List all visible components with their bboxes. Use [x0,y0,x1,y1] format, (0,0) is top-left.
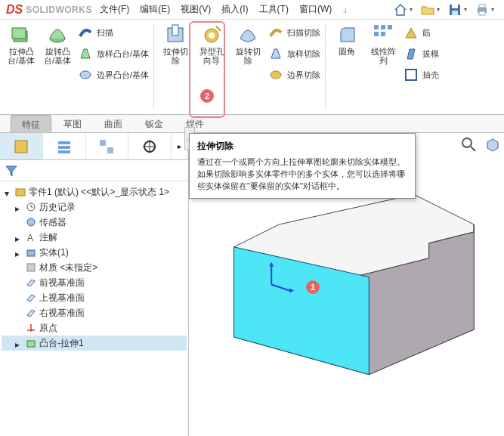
svg-point-33 [27,218,35,226]
lofted-cut-icon [268,46,283,61]
dimxpert-icon [141,138,158,155]
menu-window[interactable]: 窗口(W) [299,3,332,16]
svg-point-14 [271,71,281,79]
lofted-boss-button[interactable]: 放样凸台/基体 [77,44,149,63]
svg-rect-17 [388,25,392,29]
shell-button[interactable]: 抽壳 [403,65,439,85]
tab-sheetmetal[interactable]: 钣金 [135,115,174,132]
extrude-cut-button[interactable]: 拉伸切 除 [159,23,192,65]
boss-extrude-button[interactable]: 拉伸凸 台/基体 [5,23,38,65]
tree-front-plane[interactable]: 前视基准面 [2,275,187,290]
svg-text:A: A [27,233,33,243]
quick-access-toolbar: ▾ ▾ ▾ ▾ [392,2,498,18]
tree-history[interactable]: ▸ 历史记录 [2,199,187,215]
view-toolbar [460,136,501,153]
zoom-icon[interactable] [460,136,477,153]
svg-rect-18 [374,32,379,36]
swept-cut-icon [268,25,283,40]
tooltip-body: 通过在一个或两个方向上拉伸草图轮廓来切除实体模型。 如果切除影响多实体零件中的多… [197,156,407,192]
hole-wizard-button[interactable]: 异型孔 向导 [195,23,228,65]
filter-icon[interactable] [5,164,18,178]
tree-annotations[interactable]: ▸ A 注解 [2,230,187,245]
revolved-cut-button[interactable]: 旋转切 除 [231,23,264,65]
tree-right-plane[interactable]: 右视基准面 [2,305,187,320]
revolved-cut-icon [237,23,258,45]
extrude-feature-icon [26,338,36,348]
boss-extrude-icon [11,23,32,45]
svg-rect-16 [381,25,385,29]
ribbon: 拉伸凸 台/基体 旋转凸 台/基体 扫描 放样凸台/基体 边界凸台/基体 [0,20,504,115]
tree-feature-extrude1[interactable]: ▸ 凸台-拉伸1 [2,336,187,351]
fillet-icon [336,23,357,45]
tree-origin[interactable]: 原点 [2,320,187,336]
menu-tools[interactable]: 工具(T) [259,3,289,16]
linear-pattern-icon [373,23,394,45]
home-button[interactable]: ▾ [392,2,413,18]
open-icon [420,2,435,17]
hole-wizard-icon [201,23,222,45]
svg-rect-21 [408,72,414,78]
tab-sketch[interactable]: 草图 [53,115,92,132]
sensors-icon [26,217,36,227]
revolved-boss-button[interactable]: 旋转凸 台/基体 [41,23,74,65]
menu-file[interactable]: 文件(F) [100,3,129,16]
lofted-cut-button[interactable]: 放样切除 [267,44,320,63]
draft-button[interactable]: 拔模 [403,44,439,63]
panel-tab-propertymanager[interactable] [43,133,86,159]
tab-surfaces[interactable]: 曲面 [94,115,133,132]
swept-icon [78,25,93,40]
chevron-right-icon[interactable]: ▸ [15,233,23,241]
menu-overflow-icon[interactable]: 」 [342,3,351,16]
panel-tab-featuremanager[interactable] [0,133,43,159]
tree-top-plane[interactable]: 上视基准面 [2,290,187,305]
tree-material[interactable]: 材质 <未指定> [2,260,187,275]
solid-body-icon [26,247,36,258]
chevron-right-icon[interactable]: ▸ [15,203,23,211]
panel-tab-dimxpert[interactable] [128,133,172,159]
swept-button[interactable]: 扫描 [77,23,149,42]
boundary-cut-button[interactable]: 边界切除 [267,65,320,85]
menu-edit[interactable]: 编辑(E) [140,3,170,16]
tree-sensors[interactable]: 传感器 [2,215,187,230]
rib-icon [404,25,419,40]
plane-icon [26,277,36,288]
home-icon [393,2,408,17]
panel-tabs: ▸ [0,133,188,160]
svg-rect-22 [15,141,27,153]
svg-rect-36 [27,264,35,271]
menu-view[interactable]: 视图(V) [181,3,211,16]
open-button[interactable]: ▾ [419,2,441,18]
plane-icon [26,292,36,303]
rib-button[interactable]: 筋 [403,23,439,42]
tab-weldments[interactable]: 焊件 [175,115,215,132]
panel-tab-configurationmanager[interactable] [86,133,129,159]
feature-manager-panel: ▸ ▾ 零件1 (默认) <<默认>_显示状态 1> ▸ 历史记录 传感器 [0,133,189,436]
feature-tree: ▾ 零件1 (默认) <<默认>_显示状态 1> ▸ 历史记录 传感器 ▸ A … [0,181,188,436]
chevron-right-icon[interactable]: ▸ [15,339,23,347]
material-icon [26,262,36,273]
draft-icon [404,46,419,61]
save-button[interactable]: ▾ [447,2,468,18]
boundary-boss-icon [78,67,93,82]
svg-rect-19 [381,32,385,36]
boundary-boss-button[interactable]: 边界凸台/基体 [77,65,149,85]
tree-solid-bodies[interactable]: ▸ 实体(1) [2,245,187,260]
menu-insert[interactable]: 插入(I) [221,3,248,16]
svg-rect-5 [479,11,485,15]
print-button[interactable]: ▾ [474,2,495,18]
plane-icon [26,308,36,318]
tree-root[interactable]: ▾ 零件1 (默认) <<默认>_显示状态 1> [2,184,187,199]
linear-pattern-button[interactable]: 线性阵 列 [366,23,400,65]
chevron-right-icon[interactable]: ▸ [15,249,23,256]
fillet-button[interactable]: 圆角 [330,23,363,56]
chevron-down-icon[interactable]: ▾ [5,188,12,196]
tab-features[interactable]: 特征 [11,115,51,132]
svg-rect-24 [58,146,70,149]
isometric-view-icon[interactable] [484,136,501,153]
swept-cut-button[interactable]: 扫描切除 [267,23,320,42]
configurationmanager-icon [98,138,115,155]
extrude-cut-icon [165,23,186,45]
annotations-icon: A [26,232,36,243]
featuremanager-icon [13,138,29,155]
revolved-boss-icon [47,23,68,45]
